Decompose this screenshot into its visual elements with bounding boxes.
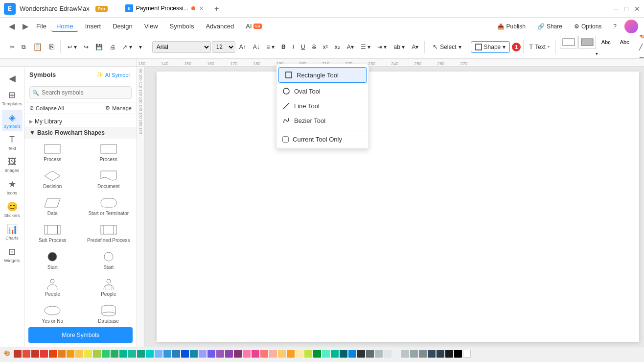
color-swatch[interactable] (146, 350, 154, 358)
align-btn[interactable]: ≡ ▾ (264, 42, 277, 52)
text-btn[interactable]: T Text ▾ (526, 41, 552, 52)
list-item[interactable]: Process (24, 139, 81, 166)
sidebar-item-charts[interactable]: 📊 Charts (2, 221, 23, 243)
color-swatch[interactable] (269, 350, 277, 358)
color-swatch[interactable] (243, 350, 251, 358)
subscript-btn[interactable]: x₂ (332, 42, 343, 52)
font-increase-btn[interactable]: A↑ (236, 42, 249, 52)
menu-home[interactable]: Home (51, 21, 78, 32)
color-swatch[interactable] (23, 350, 30, 358)
color-swatch[interactable] (207, 350, 215, 358)
list-item[interactable]: Data (24, 193, 81, 219)
color-swatch[interactable] (93, 350, 101, 358)
superscript-btn[interactable]: x² (320, 42, 331, 52)
color-swatch[interactable] (216, 350, 224, 358)
copy-btn[interactable]: ⧉ (19, 42, 29, 52)
color-swatch[interactable] (445, 350, 453, 358)
dropdown-item-rectangle[interactable]: Rectangle Tool (278, 67, 367, 83)
tab-close-btn[interactable]: ✕ (198, 5, 205, 12)
color-swatch[interactable] (392, 350, 400, 358)
font-color-btn[interactable]: A▾ (344, 42, 357, 52)
help-btn[interactable]: ? (609, 21, 621, 32)
color-swatch[interactable] (340, 350, 347, 358)
file-menu-btn[interactable]: File (33, 21, 49, 32)
close-btn[interactable]: ✕ (634, 5, 640, 13)
share-btn[interactable]: 🔗 Share (533, 21, 566, 32)
color-swatch[interactable] (437, 350, 444, 358)
color-swatch[interactable] (366, 350, 374, 358)
export-btn[interactable]: ↗ ▾ (119, 42, 135, 52)
color-swatch[interactable] (31, 350, 39, 358)
forward-nav-btn[interactable]: ▶ (20, 20, 31, 33)
sidebar-item-text[interactable]: T Text (2, 132, 23, 153)
styles-more-btn[interactable]: ▾ (593, 49, 601, 58)
color-swatch[interactable] (428, 350, 436, 358)
color-swatch[interactable] (128, 350, 136, 358)
save-btn[interactable]: 💾 (92, 42, 106, 52)
list-item[interactable]: Start (24, 246, 81, 273)
color-swatch[interactable] (304, 350, 312, 358)
dropdown-item-oval[interactable]: Oval Tool (276, 84, 368, 98)
bold-btn[interactable]: B (278, 42, 289, 52)
color-swatch[interactable] (84, 350, 92, 358)
color-swatch[interactable] (410, 350, 418, 358)
list-item[interactable]: Yes or No (24, 300, 81, 323)
color-swatch[interactable] (67, 350, 74, 358)
shape-btn[interactable]: Shape ▾ (471, 41, 510, 53)
more-symbols-btn[interactable]: More Symbols (28, 327, 133, 343)
list-item[interactable]: Document (81, 166, 137, 193)
color-swatch[interactable] (322, 350, 330, 358)
color-swatch[interactable] (454, 350, 462, 358)
canvas-area[interactable]: 90 100 110 120 130 140 150 160 170 (137, 67, 644, 347)
menu-insert[interactable]: Insert (80, 21, 106, 32)
dropdown-item-line[interactable]: Line Tool (276, 98, 368, 113)
color-swatch[interactable] (102, 350, 110, 358)
cut-btn[interactable]: ✂ (7, 42, 18, 52)
style-preview-abc2[interactable]: Abc (616, 36, 633, 48)
color-swatch[interactable] (401, 350, 409, 358)
back-nav-btn[interactable]: ◀ (6, 20, 18, 33)
minimize-btn[interactable]: ─ (614, 5, 619, 13)
underline-btn[interactable]: U (298, 42, 308, 52)
sidebar-item-icons[interactable]: ★ Icons (2, 176, 23, 198)
color-swatch[interactable] (111, 350, 118, 358)
options-btn[interactable]: ⚙ Options (570, 21, 605, 32)
category-header[interactable]: ▼ Basic Flowchart Shapes (24, 127, 137, 139)
user-avatar[interactable] (624, 20, 638, 33)
current-tool-checkbox[interactable] (282, 136, 289, 143)
color-swatch[interactable] (357, 350, 365, 358)
shadow-btn[interactable]: ◻ Shadow ▾ (636, 53, 644, 59)
font-decrease-btn[interactable]: A↓ (250, 42, 263, 52)
list-btn[interactable]: ☰ ▾ (358, 42, 373, 52)
add-tab-btn[interactable]: + (211, 3, 222, 14)
indent-btn[interactable]: ⇥ ▾ (374, 42, 390, 52)
sidebar-item-stickers[interactable]: 😊 Stickers (2, 199, 23, 220)
maximize-btn[interactable]: □ (624, 5, 628, 13)
list-item[interactable]: Predefined Process (81, 219, 137, 246)
list-item[interactable]: Decision (24, 166, 81, 193)
sidebar-item-symbols[interactable]: ◈ Symbols (2, 110, 23, 131)
color-swatch[interactable] (199, 350, 207, 358)
collapse-all-btn[interactable]: ⊘ Collapse All (29, 105, 64, 111)
more-btn[interactable]: ▾ (136, 42, 145, 52)
list-item[interactable]: Sub Process (24, 219, 81, 246)
style-preview-1[interactable] (560, 36, 577, 48)
canvas-paper[interactable] (157, 72, 639, 342)
search-input[interactable] (29, 86, 132, 99)
sidebar-item-widgets[interactable]: ⊡ Widgets (2, 244, 23, 265)
color-swatch[interactable] (75, 350, 83, 358)
list-item[interactable]: Start (81, 246, 137, 273)
list-item[interactable]: People (81, 273, 137, 300)
undo-btn[interactable]: ↩ ▾ (65, 42, 80, 52)
color-swatch[interactable] (375, 350, 383, 358)
color-swatch[interactable] (260, 350, 268, 358)
color-swatch[interactable] (181, 350, 189, 358)
color-swatch[interactable] (348, 350, 356, 358)
copy-format-btn[interactable]: ⎘ (46, 41, 57, 53)
list-item[interactable]: People (24, 273, 81, 300)
text-direction-btn[interactable]: ab ▾ (391, 42, 408, 52)
color-swatch[interactable] (155, 350, 162, 358)
sidebar-collapse-btn[interactable]: ◀ (2, 71, 23, 86)
list-item[interactable]: Process (81, 139, 137, 166)
style-preview-abc1[interactable]: Abc (597, 36, 615, 48)
